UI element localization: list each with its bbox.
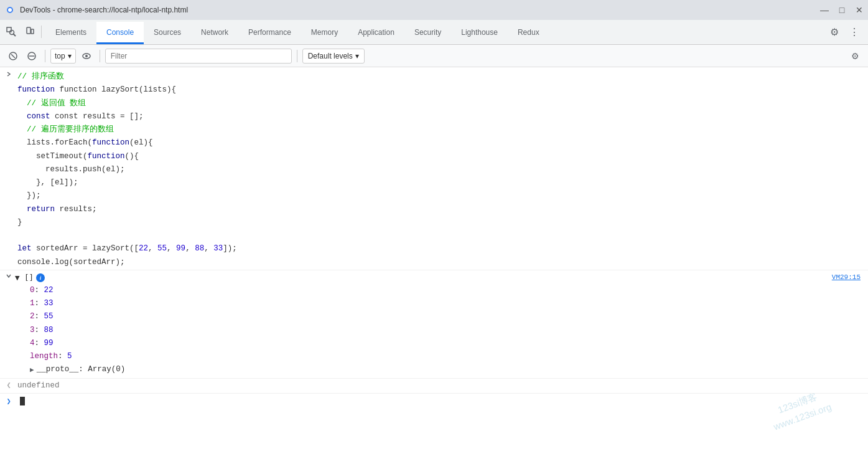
device-icon[interactable]	[21, 19, 39, 44]
toolbar-separator-1	[45, 50, 45, 62]
vm-link[interactable]: VM29:15	[832, 272, 861, 283]
svg-point-4	[10, 31, 14, 35]
levels-label: Default levels	[308, 52, 353, 60]
code-line-comment3: // 遍历需要排序的数组	[17, 123, 863, 136]
console-toolbar: top ▾ Default levels ▾ ⚙	[0, 45, 868, 67]
chrome-icon	[5, 5, 15, 15]
array-info-icon[interactable]: i	[36, 273, 45, 282]
tab-elements[interactable]: Elements	[45, 22, 96, 44]
code-line-funcdef: function function lazySort(lists){	[17, 83, 863, 97]
tab-security[interactable]: Security	[404, 22, 451, 44]
prompt-line[interactable]: ❯	[0, 394, 868, 409]
eye-button[interactable]	[78, 48, 95, 64]
tab-lighthouse[interactable]: Lighthouse	[451, 22, 508, 44]
array-header-content: ▼ [] i VM29:15 0: 22 1: 33 2: 55	[15, 272, 866, 377]
titlebar-controls: — □ ✕	[821, 6, 863, 14]
prompt-cursor	[20, 397, 25, 405]
toolbar-separator-3	[297, 50, 297, 62]
clear-console-button[interactable]	[5, 48, 21, 64]
toolbar-right-icons: ⚙ ⋮	[821, 19, 868, 44]
titlebar-left: DevTools - chrome-search://local-ntp/loc…	[5, 5, 188, 15]
code-line-comment2: // 返回值 数组	[17, 97, 863, 110]
context-chevron-icon: ▾	[68, 52, 72, 60]
code-line-foreach: lists.forEach(function(el){	[17, 136, 863, 149]
titlebar: DevTools - chrome-search://local-ntp/loc…	[0, 0, 868, 20]
array-item-3: 3: 88	[30, 324, 866, 337]
array-item-1: 1: 33	[30, 297, 866, 310]
context-selector[interactable]: top ▾	[50, 49, 76, 64]
maximize-button[interactable]: □	[838, 6, 846, 14]
titlebar-title: DevTools - chrome-search://local-ntp/loc…	[20, 6, 188, 14]
no-entry-button[interactable]	[24, 48, 40, 64]
filter-input[interactable]	[105, 49, 292, 64]
tab-sources[interactable]: Sources	[144, 22, 191, 44]
minimize-button[interactable]: —	[821, 6, 828, 14]
array-expand-gutter[interactable]	[2, 272, 15, 279]
tab-network[interactable]: Network	[191, 22, 238, 44]
console-content[interactable]: // 排序函数 function function lazySort(lists…	[0, 67, 868, 474]
close-button[interactable]: ✕	[856, 6, 863, 14]
tab-application[interactable]: Application	[348, 22, 404, 44]
array-header[interactable]: ▼ [] i VM29:15	[15, 272, 866, 284]
code-entry: // 排序函数 function function lazySort(lists…	[0, 70, 868, 270]
tabbar-divider	[41, 26, 42, 38]
code-line-comment1: // 排序函数	[17, 70, 863, 83]
code-line-return: return results;	[17, 203, 863, 216]
svg-rect-6	[31, 29, 34, 34]
array-item-2: 2: 55	[30, 310, 866, 323]
code-line-log: console.log(sortedArr);	[17, 256, 863, 269]
context-value: top	[55, 52, 65, 60]
tab-console[interactable]: Console	[96, 22, 144, 44]
more-button[interactable]: ⋮	[846, 23, 863, 40]
code-line-push: results.push(el);	[17, 163, 863, 176]
undefined-content: undefined	[15, 379, 866, 393]
array-proto[interactable]: ▶ __proto__: Array(0)	[30, 363, 866, 376]
svg-rect-5	[27, 27, 30, 34]
svg-point-1	[8, 8, 12, 12]
code-block: // 排序函数 function function lazySort(lists…	[15, 70, 866, 270]
tab-redux[interactable]: Redux	[508, 22, 549, 44]
code-line-close2: });	[17, 189, 863, 202]
levels-button[interactable]: Default levels ▾	[302, 49, 365, 64]
array-items: 0: 22 1: 33 2: 55 3: 88 4: 99	[15, 284, 866, 377]
array-output-entry: ▼ [] i VM29:15 0: 22 1: 33 2: 55	[0, 270, 868, 379]
settings-button[interactable]: ⚙	[826, 23, 843, 40]
undefined-gutter: ❮	[2, 379, 15, 392]
array-length: length: 5	[30, 350, 866, 363]
svg-line-8	[11, 54, 15, 58]
console-settings-button[interactable]: ⚙	[847, 48, 863, 64]
expand-gutter[interactable]	[2, 70, 15, 77]
code-line-close1: }, [el]);	[17, 176, 863, 189]
tab-performance[interactable]: Performance	[238, 22, 301, 44]
inspect-icon[interactable]	[2, 19, 20, 44]
tabbar: Elements Console Sources Network Perform…	[0, 20, 868, 45]
array-item-0: 0: 22	[30, 284, 866, 297]
code-line-close3: }	[17, 216, 863, 229]
array-bracket: ▼ []	[15, 272, 34, 284]
levels-chevron-icon: ▾	[355, 52, 359, 60]
toolbar-separator-2	[100, 50, 100, 62]
devtools-left-icons	[0, 19, 45, 44]
code-line-blank	[17, 229, 863, 242]
array-item-4: 4: 99	[30, 337, 866, 350]
tab-memory[interactable]: Memory	[301, 22, 348, 44]
prompt-gutter: ❯	[2, 395, 15, 408]
undefined-label: undefined	[17, 379, 863, 392]
svg-point-12	[85, 55, 88, 57]
code-line-const: const const results = [];	[17, 110, 863, 123]
code-line-settimeout: setTimeout(function(){	[17, 150, 863, 163]
undefined-entry: ❮ undefined	[0, 379, 868, 394]
code-line-let: let sortedArr = lazySort([22, 55, 99, 88…	[17, 242, 863, 255]
